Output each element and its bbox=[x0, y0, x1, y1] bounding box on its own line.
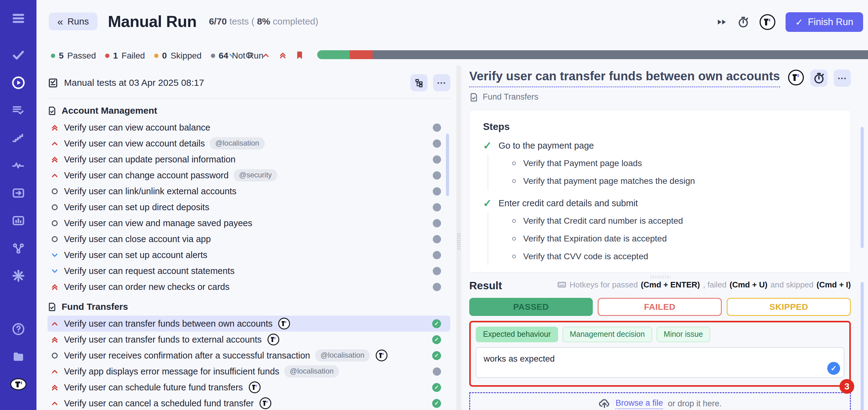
step-row[interactable]: ✓Enter credit card details and submit bbox=[483, 194, 837, 212]
testomat-logo-icon[interactable] bbox=[759, 14, 776, 30]
help-icon[interactable] bbox=[9, 320, 28, 338]
circle-icon[interactable] bbox=[245, 51, 253, 59]
test-title: Verify user can change account password bbox=[64, 170, 229, 181]
test-row[interactable]: Verify user can transfer funds to extern… bbox=[48, 332, 450, 347]
submit-comment-button[interactable]: ✓ bbox=[827, 362, 840, 375]
step-row[interactable]: ✓Go to the payment page bbox=[483, 137, 837, 154]
test-row[interactable]: Verify user can schedule future fund tra… bbox=[48, 379, 450, 395]
skipped-button[interactable]: SKIPPED bbox=[727, 298, 851, 316]
test-list-scrollbar[interactable] bbox=[446, 134, 449, 196]
back-to-runs-button[interactable]: « Runs bbox=[49, 12, 97, 30]
run-stat: 0Skipped bbox=[154, 51, 202, 61]
progress-segment bbox=[350, 50, 373, 59]
import-icon[interactable] bbox=[9, 184, 28, 202]
browse-file-link[interactable]: Browse a file bbox=[615, 398, 663, 409]
test-row[interactable]: Verify user can view and manage saved pa… bbox=[48, 215, 450, 231]
play-icon[interactable] bbox=[9, 73, 28, 92]
step-check-row[interactable]: Verify that payment page matches the des… bbox=[488, 172, 837, 190]
test-row[interactable]: Verify user can change account password@… bbox=[48, 167, 450, 183]
stopwatch-icon[interactable] bbox=[737, 16, 749, 28]
logo-icon[interactable] bbox=[9, 375, 28, 393]
steps-icon[interactable] bbox=[9, 129, 28, 147]
test-detail-title[interactable]: Verify user can transfer funds between o… bbox=[469, 69, 780, 87]
suite-section-header[interactable]: Fund Transfers bbox=[48, 302, 450, 312]
step-text: Go to the payment page bbox=[499, 140, 594, 151]
test-row[interactable]: Verify user can link/unlink external acc… bbox=[48, 183, 450, 199]
status-notrun-icon bbox=[433, 219, 441, 227]
resize-handle-icon[interactable] bbox=[650, 275, 671, 279]
test-title: Verify user can request account statemen… bbox=[64, 266, 235, 276]
bookmark-icon[interactable] bbox=[296, 51, 304, 60]
chevron-down-icon[interactable] bbox=[228, 51, 236, 59]
divider-grip-icon[interactable] bbox=[457, 233, 461, 250]
menu-icon[interactable] bbox=[9, 9, 28, 28]
steps-scrollbar[interactable] bbox=[861, 127, 864, 248]
test-row[interactable]: Verify user can view account details@loc… bbox=[48, 135, 450, 151]
automated-icon bbox=[267, 334, 280, 346]
detail-more-button[interactable]: ... bbox=[834, 69, 851, 87]
test-row[interactable]: Verify user can close account via app bbox=[48, 231, 450, 247]
result-scrollbar[interactable] bbox=[861, 282, 864, 410]
stat-dot-icon bbox=[105, 54, 110, 58]
status-notrun-icon bbox=[433, 187, 441, 195]
priority-highest-icon bbox=[51, 124, 61, 132]
step-check-row[interactable]: Verify that Expiration date is accepted bbox=[488, 230, 837, 248]
test-row[interactable]: Verify user can transfer funds between o… bbox=[48, 316, 450, 332]
check-bullet-icon bbox=[512, 255, 516, 258]
result-comment-input[interactable]: works as expected bbox=[476, 347, 844, 378]
step-check-row[interactable]: Verify that Credit card number is accept… bbox=[488, 212, 837, 230]
passed-button[interactable]: PASSED bbox=[469, 298, 593, 316]
percent-completed: 8% bbox=[257, 16, 270, 26]
pulse-icon[interactable] bbox=[9, 156, 28, 175]
test-row[interactable]: Verify user can order new checks or card… bbox=[48, 279, 450, 295]
check-icon[interactable] bbox=[9, 46, 28, 64]
check-bullet-icon bbox=[512, 237, 516, 241]
gear-icon[interactable] bbox=[9, 266, 28, 285]
test-row[interactable]: Verify user can view account balance bbox=[48, 120, 450, 135]
status-passed-icon: ✓ bbox=[432, 319, 441, 328]
finish-run-label: Finish Run bbox=[808, 17, 853, 28]
hotkey-skipped: (Cmd + I) bbox=[816, 280, 851, 290]
suite-name[interactable]: Fund Transfers bbox=[483, 92, 538, 102]
attachment-dropzone[interactable]: Browse a file or drop it here. bbox=[469, 392, 851, 410]
chevron-up-icon[interactable] bbox=[262, 51, 270, 59]
panel-divider[interactable] bbox=[456, 66, 461, 410]
detail-timer-button[interactable] bbox=[810, 69, 828, 87]
priority-normal-icon bbox=[51, 351, 61, 360]
stat-dot-icon bbox=[51, 54, 55, 58]
stat-count: 5 bbox=[59, 51, 64, 61]
test-row[interactable]: Verify user can request account statemen… bbox=[48, 263, 450, 279]
projects-icon[interactable] bbox=[9, 347, 28, 366]
analytics-icon[interactable] bbox=[9, 212, 28, 230]
list-more-button[interactable]: ... bbox=[433, 74, 450, 91]
check-bullet-icon bbox=[512, 161, 516, 165]
back-to-runs-label: Runs bbox=[67, 16, 89, 27]
tree-view-button[interactable] bbox=[410, 74, 428, 91]
test-title: Verify user can update personal informat… bbox=[64, 154, 236, 164]
test-title: Verify user receives confirmation after … bbox=[64, 351, 310, 361]
automated-icon bbox=[375, 349, 388, 361]
list-check-icon[interactable] bbox=[9, 101, 28, 120]
finish-run-button[interactable]: ✓ Finish Run bbox=[785, 12, 863, 32]
chevrons-up-icon[interactable] bbox=[279, 51, 287, 59]
result-tag[interactable]: Minor issue bbox=[656, 327, 710, 342]
step-checks: Verify that Payment page loadsVerify tha… bbox=[488, 154, 837, 190]
step-check-row[interactable]: Verify that CVV code is accepted bbox=[488, 248, 837, 265]
test-row[interactable]: Verify app displays error message for in… bbox=[48, 364, 450, 379]
test-row[interactable]: Verify user can set up account alerts bbox=[48, 247, 450, 263]
result-tag[interactable]: Expected behaviour bbox=[476, 327, 558, 342]
fast-forward-icon[interactable] bbox=[717, 18, 727, 26]
progress-segment bbox=[317, 50, 350, 59]
test-row[interactable]: Verify user can set up direct deposits bbox=[48, 199, 450, 215]
list-separator bbox=[48, 98, 450, 99]
test-row[interactable]: Verify user can cancel a scheduled fund … bbox=[48, 395, 450, 410]
suite-section-header[interactable]: Account Management bbox=[48, 105, 450, 116]
test-row[interactable]: Verify user receives confirmation after … bbox=[48, 347, 450, 364]
test-row[interactable]: Verify user can update personal informat… bbox=[48, 151, 450, 167]
step-check-text: Verify that CVV code is accepted bbox=[523, 252, 648, 261]
check-icon: ✓ bbox=[831, 364, 837, 373]
branch-icon[interactable] bbox=[9, 239, 28, 257]
result-tag[interactable]: Management decision bbox=[562, 327, 652, 342]
failed-button[interactable]: FAILED bbox=[598, 298, 722, 316]
step-check-row[interactable]: Verify that Payment page loads bbox=[488, 154, 837, 172]
